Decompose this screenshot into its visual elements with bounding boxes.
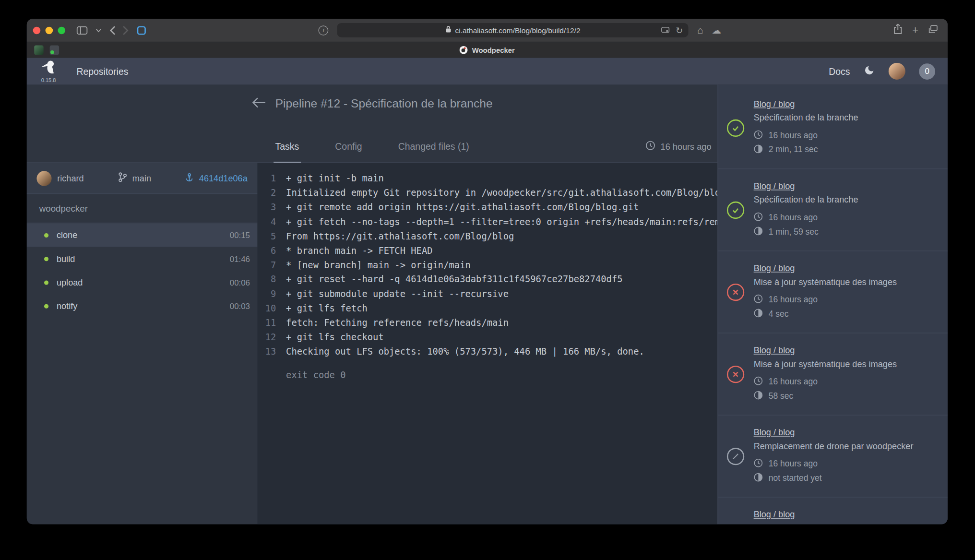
- pipeline-card[interactable]: Blog / blog Spécification de la branche …: [718, 169, 948, 251]
- pipeline-card[interactable]: Blog / blog: [718, 498, 948, 524]
- pipelines-sidebar[interactable]: Blog / blog Spécification de la branche …: [717, 84, 947, 524]
- step-name: notify: [57, 301, 77, 311]
- tab-changed-files[interactable]: Changed files (1): [396, 141, 471, 162]
- branch-name: main: [132, 173, 151, 183]
- pipeline-card[interactable]: Blog / blog Remplacement de drone par wo…: [718, 416, 948, 498]
- back-icon[interactable]: [109, 26, 115, 35]
- build-time: 16 hours ago: [769, 377, 818, 386]
- build-duration: 4 sec: [769, 309, 789, 318]
- cloud-tabs-icon[interactable]: ☁: [712, 25, 721, 35]
- close-window-button[interactable]: [33, 26, 41, 34]
- exit-code: exit code 0: [258, 368, 718, 382]
- commit-message: Spécification de la branche: [754, 195, 858, 205]
- clock-icon: [754, 130, 763, 141]
- log-line: 5From https://git.athaliasoft.com/Blog/b…: [258, 229, 718, 244]
- repo-link[interactable]: Blog / blog: [754, 345, 897, 356]
- pinned-tab-2[interactable]: [50, 46, 59, 55]
- step-build[interactable]: build 01:46: [27, 247, 258, 270]
- notification-badge[interactable]: 0: [919, 63, 935, 80]
- pipeline-card[interactable]: Blog / blog Mise à jour systématique des…: [718, 334, 948, 416]
- address-bar[interactable]: ci.athaliasoft.com/Blog/blog/build/12/2 …: [337, 23, 689, 37]
- build-duration: 58 sec: [769, 391, 794, 400]
- minimize-window-button[interactable]: [46, 26, 53, 34]
- log-line: 10+ git lfs fetch: [258, 301, 718, 316]
- duration-icon: [754, 308, 763, 319]
- repo-link[interactable]: Blog / blog: [754, 263, 897, 274]
- repo-link[interactable]: Blog / blog: [754, 99, 858, 109]
- pipeline-card[interactable]: Blog / blog Mise à jour systématique des…: [718, 251, 948, 334]
- commit-message: Remplacement de drone par woodpecker: [754, 441, 914, 452]
- log-line: 8+ git reset --hard -q 4614d1e06a3dabf31…: [258, 273, 718, 287]
- tab-strip: Woodpecker: [27, 42, 948, 58]
- woodpecker-favicon: [460, 46, 468, 54]
- forward-icon[interactable]: [123, 26, 129, 35]
- log-line: 11fetch: Fetching reference refs/heads/m…: [258, 316, 718, 330]
- commit-message: Mise à jour systématique des images: [754, 359, 897, 369]
- branch-icon: [118, 172, 127, 184]
- back-arrow-icon[interactable]: [251, 97, 265, 110]
- home-icon[interactable]: ⌂: [697, 25, 703, 35]
- pipeline-tabs: Tasks Config Changed files (1) 16 hours …: [27, 123, 718, 163]
- web-app-icon[interactable]: [137, 25, 146, 35]
- step-clone[interactable]: clone 00:15: [27, 223, 258, 247]
- reload-icon[interactable]: ↻: [676, 26, 683, 35]
- build-duration: 1 min, 59 sec: [769, 227, 819, 236]
- build-time: 16 hours ago: [769, 213, 818, 222]
- tab-tasks[interactable]: Tasks: [273, 141, 301, 163]
- nav-repositories[interactable]: Repositories: [76, 66, 128, 76]
- nav-docs[interactable]: Docs: [829, 66, 850, 76]
- tab-overview-icon[interactable]: [928, 24, 938, 36]
- duration-icon: [754, 226, 763, 237]
- repo-link[interactable]: Blog / blog: [754, 181, 858, 191]
- step-notify[interactable]: notify 00:03: [27, 294, 258, 318]
- duration-icon: [754, 144, 763, 155]
- commit-message: Mise à jour systématique des images: [754, 277, 897, 287]
- step-status-dot: [44, 233, 48, 237]
- active-browser-tab[interactable]: Woodpecker: [460, 46, 515, 54]
- sidebar-toggle-icon[interactable]: [76, 26, 87, 35]
- browser-titlebar: i ci.athaliasoft.com/Blog/blog/build/12/…: [27, 19, 948, 42]
- step-duration: 01:46: [230, 254, 250, 263]
- log-output[interactable]: 1+ git init -b main 2Initialized empty G…: [258, 163, 718, 524]
- pipeline-time-ago: 16 hours ago: [661, 142, 712, 152]
- share-icon[interactable]: [893, 24, 902, 36]
- workflow-group-label: woodpecker: [27, 194, 258, 223]
- pipeline-card[interactable]: Blog / blog Spécification de la branche …: [718, 87, 948, 169]
- step-upload[interactable]: upload 00:06: [27, 271, 258, 294]
- step-status-dot: [44, 257, 48, 261]
- build-time: 16 hours ago: [769, 295, 818, 304]
- status-skipped-icon: [727, 447, 744, 465]
- author-name: richard: [57, 173, 83, 183]
- step-status-dot: [44, 280, 48, 285]
- pinned-tab-1[interactable]: [34, 46, 43, 55]
- page-info-icon[interactable]: i: [319, 25, 329, 35]
- zoom-window-button[interactable]: [58, 26, 66, 34]
- log-line: 9+ git submodule update --init --recursi…: [258, 287, 718, 301]
- app-version: 0.15.8: [41, 77, 56, 83]
- tab-config[interactable]: Config: [333, 141, 364, 162]
- repo-link[interactable]: Blog / blog: [754, 427, 914, 438]
- chevron-down-icon[interactable]: [96, 28, 102, 32]
- page-title: Pipeline #12 - Spécification de la branc…: [275, 97, 493, 111]
- commit-link[interactable]: 4614d1e06a: [199, 173, 248, 183]
- log-line: 7* [new branch] main -> origin/main: [258, 258, 718, 273]
- repo-link[interactable]: Blog / blog: [754, 509, 795, 520]
- clock-icon: [754, 212, 763, 223]
- author-avatar: [36, 171, 51, 186]
- woodpecker-logo[interactable]: 0.15.8: [39, 60, 58, 83]
- window-controls: [33, 26, 65, 34]
- user-avatar[interactable]: [889, 63, 905, 80]
- new-tab-icon[interactable]: +: [912, 25, 918, 36]
- pipeline-main: Pipeline #12 - Spécification de la branc…: [27, 84, 718, 524]
- app-header: 0.15.8 Repositories Docs 0: [27, 58, 948, 85]
- commit-icon: [185, 173, 193, 184]
- dark-mode-moon-icon[interactable]: [864, 64, 875, 78]
- commit-message: [754, 523, 795, 524]
- page-badge-icon[interactable]: [661, 26, 670, 35]
- desktop: i ci.athaliasoft.com/Blog/blog/build/12/…: [0, 0, 975, 560]
- clock-icon: [754, 294, 763, 305]
- log-line: 12+ git lfs checkout: [258, 330, 718, 345]
- step-name: clone: [57, 230, 77, 240]
- notification-dot: [50, 50, 54, 54]
- log-line: 4+ git fetch --no-tags --depth=1 --filte…: [258, 215, 718, 229]
